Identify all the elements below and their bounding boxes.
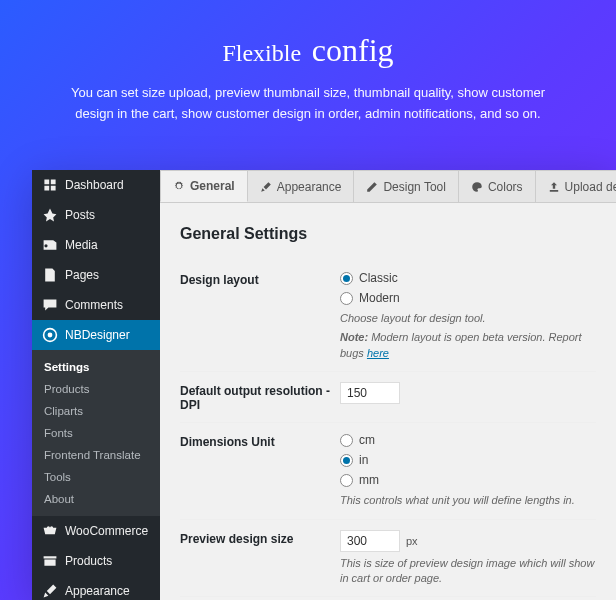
label-preview-design: Preview design size — [180, 530, 340, 587]
label-design-layout: Design layout — [180, 271, 340, 361]
sidebar-item-nbdesigner[interactable]: NBDesigner — [32, 320, 160, 350]
hero-description: You can set size upload, preview thumbna… — [60, 83, 556, 125]
preview-design-input[interactable] — [340, 530, 400, 552]
sidebar-item-products[interactable]: Products — [32, 546, 160, 576]
sidebar-sub-fonts[interactable]: Fonts — [32, 422, 160, 444]
sidebar-sub-products[interactable]: Products — [32, 378, 160, 400]
tab-design-tool[interactable]: Design Tool — [353, 170, 458, 202]
help-text: Choose layout for design tool. — [340, 311, 596, 326]
report-bugs-link[interactable]: here — [367, 347, 389, 359]
sidebar-sub-tools[interactable]: Tools — [32, 466, 160, 488]
sidebar-sub-about[interactable]: About — [32, 488, 160, 510]
radio-cm[interactable]: cm — [340, 433, 596, 447]
radio-icon — [340, 454, 353, 467]
media-icon — [42, 237, 58, 253]
hero-word2: config — [312, 32, 394, 68]
sidebar-item-appearance[interactable]: Appearance — [32, 576, 160, 600]
radio-mm[interactable]: mm — [340, 473, 596, 487]
sidebar-sub-frontend-translate[interactable]: Frontend Translate — [32, 444, 160, 466]
comments-icon — [42, 297, 58, 313]
unit-label: px — [406, 535, 418, 547]
sidebar-item-label: Media — [65, 238, 98, 252]
field-preview-template: Preview template size px This is size of… — [180, 596, 596, 600]
sidebar-item-media[interactable]: Media — [32, 230, 160, 260]
admin-panel: DashboardPostsMediaPagesCommentsNBDesign… — [32, 170, 616, 600]
sidebar-item-comments[interactable]: Comments — [32, 290, 160, 320]
radio-classic[interactable]: Classic — [340, 271, 596, 285]
tab-label: Colors — [488, 180, 523, 194]
radio-in[interactable]: in — [340, 453, 596, 467]
tab-general[interactable]: General — [160, 170, 248, 202]
gear-icon — [173, 180, 185, 192]
sidebar-item-dashboard[interactable]: Dashboard — [32, 170, 160, 200]
section-heading: General Settings — [180, 225, 596, 243]
admin-sidebar: DashboardPostsMediaPagesCommentsNBDesign… — [32, 170, 160, 600]
hero-title: Flexible config — [60, 32, 556, 69]
tab-label: Appearance — [277, 180, 342, 194]
pin-icon — [42, 207, 58, 223]
help-text: This is size of preview design image whi… — [340, 556, 596, 587]
sidebar-item-posts[interactable]: Posts — [32, 200, 160, 230]
help-text: Note: Modern layout is open beta version… — [340, 330, 596, 361]
tab-label: Upload design — [565, 180, 616, 194]
radio-icon — [340, 292, 353, 305]
brush-icon — [42, 583, 58, 599]
palette-icon — [471, 181, 483, 193]
sidebar-sub-settings[interactable]: Settings — [32, 356, 160, 378]
help-text: This controls what unit you will define … — [340, 493, 596, 508]
target-icon — [42, 327, 58, 343]
dashboard-icon — [42, 177, 58, 193]
sidebar-item-label: Posts — [65, 208, 95, 222]
tab-appearance[interactable]: Appearance — [247, 170, 355, 202]
sidebar-item-woocommerce[interactable]: WooCommerce — [32, 516, 160, 546]
archive-icon — [42, 553, 58, 569]
settings-tabs: GeneralAppearanceDesign ToolColorsUpload… — [160, 170, 616, 203]
hero-word1: Flexible — [222, 40, 301, 66]
sidebar-item-label: Products — [65, 554, 112, 568]
tab-label: Design Tool — [383, 180, 445, 194]
tab-label: General — [190, 179, 235, 193]
radio-icon — [340, 434, 353, 447]
sidebar-sub-cliparts[interactable]: Cliparts — [32, 400, 160, 422]
sidebar-item-label: Dashboard — [65, 178, 124, 192]
sidebar-item-label: Appearance — [65, 584, 130, 598]
label-dpi: Default output resolution - DPI — [180, 382, 340, 412]
tab-upload-design[interactable]: Upload design — [535, 170, 616, 202]
woo-icon — [42, 523, 58, 539]
field-dpi: Default output resolution - DPI — [180, 371, 596, 422]
pages-icon — [42, 267, 58, 283]
label-unit: Dimensions Unit — [180, 433, 340, 508]
field-dimensions-unit: Dimensions Unit cm in mm This controls w… — [180, 422, 596, 518]
settings-content: General Settings Design layout Classic M… — [160, 203, 616, 600]
field-design-layout: Design layout Classic Modern Choose layo… — [180, 261, 596, 371]
sidebar-item-label: Pages — [65, 268, 99, 282]
tab-colors[interactable]: Colors — [458, 170, 536, 202]
radio-modern[interactable]: Modern — [340, 291, 596, 305]
radio-icon — [340, 272, 353, 285]
dpi-input[interactable] — [340, 382, 400, 404]
sidebar-item-label: NBDesigner — [65, 328, 130, 342]
sidebar-item-label: WooCommerce — [65, 524, 148, 538]
main-content: GeneralAppearanceDesign ToolColorsUpload… — [160, 170, 616, 600]
radio-icon — [340, 474, 353, 487]
upload-icon — [548, 181, 560, 193]
sidebar-submenu: SettingsProductsClipartsFontsFrontend Tr… — [32, 350, 160, 516]
sidebar-item-pages[interactable]: Pages — [32, 260, 160, 290]
field-preview-design: Preview design size px This is size of p… — [180, 519, 596, 597]
pencil-icon — [366, 181, 378, 193]
sidebar-item-label: Comments — [65, 298, 123, 312]
brush-icon — [260, 181, 272, 193]
hero-banner: Flexible config You can set size upload,… — [0, 0, 616, 149]
